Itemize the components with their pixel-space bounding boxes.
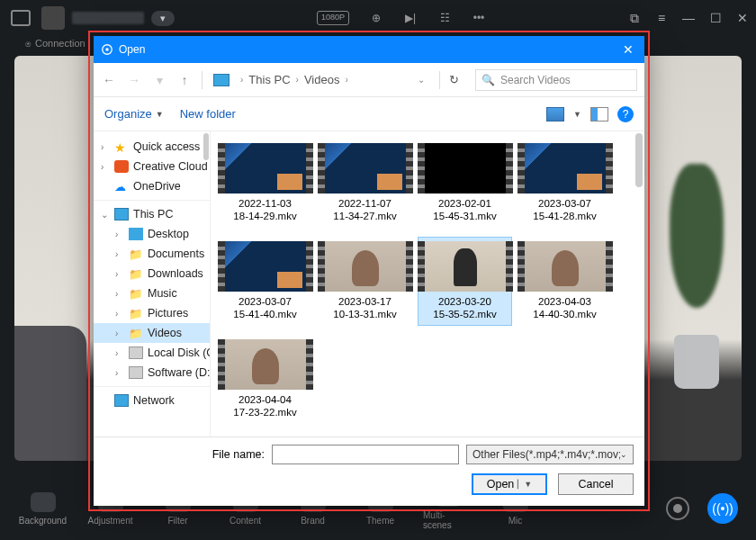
file-item[interactable]: 2023-03-2015-35-52.mkv bbox=[418, 237, 512, 326]
tree-label: Creative Cloud Files bbox=[133, 160, 210, 173]
tree-label: This PC bbox=[133, 208, 173, 220]
cancel-button[interactable]: Cancel bbox=[558, 473, 634, 495]
host-titlebar: ▾ 1080P ⊕ ▶| ☷ ••• ⧉ ≡ — ☐ ✕ bbox=[0, 0, 756, 36]
file-thumbnail bbox=[218, 339, 313, 390]
chevron-right-icon[interactable]: › bbox=[345, 75, 347, 85]
more-icon[interactable]: ••• bbox=[472, 11, 486, 25]
file-item[interactable]: 2023-03-1710-13-31.mkv bbox=[318, 237, 412, 326]
close-button[interactable]: ✕ bbox=[736, 12, 749, 24]
file-item[interactable]: 2022-11-0318-14-29.mkv bbox=[218, 139, 312, 228]
tree-label: OneDrive bbox=[133, 180, 181, 193]
help-button[interactable]: ? bbox=[617, 106, 634, 122]
tree-item-network[interactable]: Network bbox=[94, 391, 210, 410]
tree-item-software-d-[interactable]: ›Software (D:) bbox=[94, 363, 210, 382]
file-name-line2: 15-35-52.mkv bbox=[433, 308, 496, 320]
file-pane[interactable]: 2022-11-0318-14-29.mkv2022-11-0711-34-27… bbox=[211, 131, 644, 436]
view-dropdown[interactable]: ▼ bbox=[573, 110, 581, 119]
layout-icon[interactable]: ☷ bbox=[437, 11, 452, 25]
tree-twisty-icon[interactable]: › bbox=[101, 162, 110, 172]
skip-icon[interactable]: ▶| bbox=[403, 11, 418, 25]
breadcrumb-this-pc[interactable]: This PC bbox=[248, 73, 290, 86]
resolution-badge[interactable]: 1080P bbox=[317, 11, 349, 25]
tool-background[interactable]: Background bbox=[18, 492, 68, 526]
dialog-toolbar: Organize▼ New folder ▼ ? bbox=[94, 97, 644, 131]
tree-label: Music bbox=[148, 287, 177, 300]
organize-menu[interactable]: Organize▼ bbox=[104, 107, 164, 121]
search-icon: 🔍 bbox=[482, 74, 495, 86]
tree-label: Pictures bbox=[148, 307, 188, 320]
file-name-line1: 2023-03-07 bbox=[238, 295, 292, 308]
avatar bbox=[41, 6, 65, 30]
popout-icon[interactable]: ⧉ bbox=[628, 12, 641, 24]
file-thumbnail bbox=[318, 143, 413, 194]
file-name-line2: 11-34-27.mkv bbox=[333, 210, 396, 222]
menu-icon[interactable]: ≡ bbox=[655, 12, 668, 24]
chevron-right-icon[interactable]: › bbox=[296, 75, 299, 85]
tree-twisty-icon[interactable]: › bbox=[115, 328, 124, 338]
preview-pane-button[interactable] bbox=[590, 107, 608, 122]
file-thumbnail bbox=[518, 143, 613, 194]
filename-input[interactable] bbox=[272, 445, 459, 464]
chevron-right-icon[interactable]: › bbox=[240, 75, 243, 85]
tree-item-local-disk-c-[interactable]: ›Local Disk (C:) bbox=[94, 343, 210, 363]
tree-twisty-icon[interactable]: ⌄ bbox=[101, 210, 110, 220]
scrollbar[interactable] bbox=[635, 133, 643, 187]
file-item[interactable]: 2023-02-0115-45-31.mkv bbox=[418, 139, 512, 228]
file-name-line2: 10-13-31.mkv bbox=[333, 308, 396, 320]
file-item[interactable]: 2022-11-0711-34-27.mkv bbox=[318, 139, 412, 228]
tree-item-pictures[interactable]: ›📁Pictures bbox=[94, 303, 210, 323]
dialog-close-button[interactable]: ✕ bbox=[619, 42, 637, 57]
path-dropdown[interactable]: ⌄ bbox=[418, 75, 425, 85]
nav-back-button[interactable]: ← bbox=[101, 73, 117, 87]
tree-item-onedrive[interactable]: ☁OneDrive bbox=[94, 176, 210, 196]
nav-recent-button[interactable]: ▾ bbox=[151, 73, 167, 87]
file-item[interactable]: 2023-04-0417-23-22.mkv bbox=[218, 335, 312, 424]
broadcast-button[interactable]: ((•)) bbox=[707, 493, 738, 524]
tree-twisty-icon[interactable]: › bbox=[115, 269, 124, 279]
new-folder-button[interactable]: New folder bbox=[180, 107, 236, 121]
tree-item-documents[interactable]: ›📁Documents bbox=[94, 244, 210, 264]
tree-item-quick-access[interactable]: ›★Quick access bbox=[94, 137, 210, 157]
tree-item-desktop[interactable]: ›Desktop bbox=[94, 224, 210, 244]
open-button[interactable]: Open▏▼ bbox=[472, 473, 547, 495]
tree-item-music[interactable]: ›📁Music bbox=[94, 284, 210, 303]
filetype-select[interactable]: Other Files(*.mp4;*.m4v;*.mov;⌄ bbox=[466, 445, 634, 464]
tree-item-this-pc[interactable]: ⌄This PC bbox=[94, 204, 210, 224]
file-item[interactable]: 2023-03-0715-41-40.mkv bbox=[218, 237, 312, 326]
breadcrumb-videos[interactable]: Videos bbox=[304, 73, 340, 86]
add-icon[interactable]: ⊕ bbox=[369, 11, 383, 25]
tree-twisty-icon[interactable]: › bbox=[115, 368, 124, 378]
tree-twisty-icon[interactable]: › bbox=[101, 142, 110, 152]
scrollbar[interactable] bbox=[203, 133, 209, 160]
file-name-line1: 2023-03-17 bbox=[338, 295, 392, 308]
tree-label: Quick access bbox=[133, 140, 200, 153]
tree-item-downloads[interactable]: ›📁Downloads bbox=[94, 264, 210, 284]
folder-tree[interactable]: ›★Quick access›Creative Cloud Files☁OneD… bbox=[94, 131, 211, 436]
file-name-line1: 2023-03-20 bbox=[438, 295, 491, 308]
file-item[interactable]: 2023-04-0314-40-30.mkv bbox=[518, 237, 612, 326]
tree-twisty-icon[interactable]: › bbox=[115, 249, 124, 259]
file-name-line2: 17-23-22.mkv bbox=[233, 406, 296, 418]
file-thumbnail bbox=[418, 143, 513, 194]
view-mode-button[interactable] bbox=[546, 107, 564, 122]
filename-label: File name: bbox=[212, 448, 265, 461]
maximize-button[interactable]: ☐ bbox=[709, 12, 722, 24]
tree-twisty-icon[interactable]: › bbox=[115, 289, 124, 299]
tree-twisty-icon[interactable]: › bbox=[115, 230, 124, 239]
tree-twisty-icon[interactable]: › bbox=[115, 309, 124, 319]
file-item[interactable]: 2023-03-0715-41-28.mkv bbox=[518, 139, 612, 228]
search-input[interactable]: 🔍 Search Videos bbox=[475, 69, 637, 91]
tree-item-videos[interactable]: ›📁Videos bbox=[94, 323, 210, 343]
record-button[interactable] bbox=[666, 497, 689, 520]
file-name-line2: 15-45-31.mkv bbox=[433, 210, 496, 222]
open-split-icon[interactable]: ▏▼ bbox=[518, 480, 532, 489]
file-name-line1: 2023-03-07 bbox=[538, 197, 591, 210]
file-name-line1: 2023-04-03 bbox=[538, 295, 591, 308]
tree-item-creative-cloud-files[interactable]: ›Creative Cloud Files bbox=[94, 157, 210, 176]
nav-up-button[interactable]: ↑ bbox=[176, 73, 193, 87]
minimize-button[interactable]: — bbox=[682, 12, 695, 24]
tree-twisty-icon[interactable]: › bbox=[115, 348, 124, 358]
file-name-line2: 14-40-30.mkv bbox=[533, 308, 596, 320]
refresh-button[interactable]: ↻ bbox=[449, 73, 459, 86]
dropdown-pill[interactable]: ▾ bbox=[151, 11, 175, 26]
